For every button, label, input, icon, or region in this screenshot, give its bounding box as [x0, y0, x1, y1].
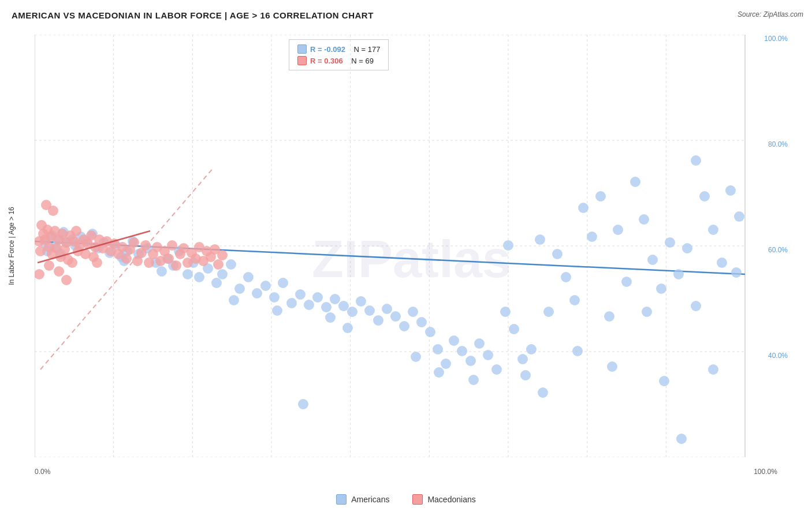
legend-item-americans: Americans	[336, 494, 389, 505]
svg-point-59	[278, 278, 288, 288]
svg-point-117	[665, 237, 675, 248]
svg-point-92	[500, 307, 511, 317]
svg-point-101	[561, 272, 571, 282]
svg-point-100	[552, 249, 563, 259]
svg-point-71	[325, 312, 336, 323]
svg-point-104	[578, 203, 588, 213]
svg-point-75	[382, 304, 392, 314]
svg-point-79	[411, 352, 421, 362]
svg-point-198	[213, 259, 224, 270]
svg-point-42	[157, 266, 167, 277]
svg-point-81	[425, 327, 435, 337]
chart-container: AMERICAN VS MACEDONIAN IN LABOR FORCE | …	[0, 0, 812, 515]
svg-point-130	[731, 267, 742, 278]
svg-point-103	[538, 387, 548, 398]
svg-point-148	[59, 244, 70, 255]
svg-point-175	[35, 269, 44, 279]
svg-point-108	[604, 311, 614, 322]
svg-point-96	[526, 344, 537, 354]
svg-point-129	[734, 211, 744, 222]
svg-point-69	[347, 307, 357, 317]
svg-point-106	[572, 346, 583, 356]
svg-point-174	[129, 237, 139, 248]
svg-point-54	[243, 272, 254, 282]
svg-point-74	[342, 323, 353, 333]
svg-point-119	[682, 243, 692, 253]
bottom-legend: Americans Macedonians	[0, 494, 812, 505]
svg-point-172	[121, 253, 132, 264]
svg-point-88	[474, 338, 485, 349]
svg-point-102	[569, 295, 580, 305]
svg-point-98	[520, 370, 531, 380]
svg-point-125	[717, 258, 727, 268]
svg-point-53	[234, 283, 245, 294]
svg-point-55	[252, 288, 262, 298]
legend-label-macedonians: Macedonians	[427, 495, 475, 504]
svg-point-153	[48, 206, 58, 216]
x-axis-labels: 0.0% 100.0%	[35, 468, 777, 476]
svg-point-83	[441, 359, 451, 369]
svg-point-93	[509, 324, 519, 334]
svg-point-124	[708, 225, 718, 235]
svg-point-91	[491, 364, 502, 375]
svg-point-186	[167, 240, 177, 251]
svg-point-56	[229, 295, 239, 305]
svg-point-182	[61, 275, 72, 285]
svg-point-73	[373, 315, 383, 326]
svg-point-113	[639, 214, 649, 225]
svg-point-99	[543, 307, 554, 317]
chart-title: AMERICAN VS MACEDONIAN IN LABOR FORCE | …	[12, 10, 374, 20]
svg-point-68	[338, 301, 349, 311]
svg-point-62	[295, 289, 306, 300]
svg-point-89	[483, 350, 493, 360]
source-label: Source: ZipAtlas.com	[737, 10, 803, 18]
svg-point-70	[356, 296, 366, 307]
svg-point-82	[433, 344, 443, 354]
svg-point-48	[194, 272, 204, 282]
svg-point-161	[44, 260, 54, 271]
svg-point-46	[182, 269, 193, 279]
svg-point-57	[260, 281, 271, 291]
svg-point-120	[659, 376, 669, 386]
svg-point-86	[457, 346, 467, 356]
svg-point-126	[725, 185, 736, 196]
svg-point-66	[298, 399, 308, 409]
svg-point-107	[595, 191, 606, 201]
svg-point-60	[286, 298, 297, 308]
svg-point-166	[92, 258, 102, 268]
svg-point-65	[321, 302, 331, 312]
svg-point-52	[226, 259, 236, 270]
svg-line-16	[40, 167, 214, 370]
svg-point-105	[587, 232, 597, 242]
svg-point-78	[408, 307, 418, 317]
svg-point-51	[217, 269, 228, 279]
svg-point-63	[304, 300, 314, 310]
svg-point-85	[434, 367, 444, 378]
legend-box-macedonians	[412, 494, 423, 505]
svg-point-76	[390, 311, 401, 322]
svg-point-150	[71, 226, 81, 236]
svg-point-77	[399, 321, 409, 331]
svg-point-67	[330, 294, 340, 304]
svg-point-61	[272, 305, 282, 316]
legend-label-americans: Americans	[351, 495, 389, 504]
svg-point-128	[676, 434, 687, 444]
svg-point-168	[54, 266, 64, 277]
svg-point-87	[465, 356, 476, 366]
svg-point-97	[535, 234, 545, 245]
svg-point-115	[656, 283, 666, 294]
svg-point-95	[503, 240, 513, 251]
svg-point-109	[613, 225, 623, 235]
svg-point-199	[217, 250, 228, 260]
svg-point-112	[630, 177, 640, 187]
legend-box-americans	[336, 494, 347, 505]
svg-point-116	[642, 307, 652, 317]
svg-point-80	[416, 317, 427, 327]
svg-point-94	[517, 354, 528, 364]
svg-point-127	[708, 364, 718, 375]
svg-point-178	[140, 240, 151, 251]
svg-point-157	[67, 258, 77, 268]
svg-point-58	[269, 292, 280, 303]
svg-point-84	[449, 335, 459, 346]
svg-point-64	[312, 292, 323, 303]
